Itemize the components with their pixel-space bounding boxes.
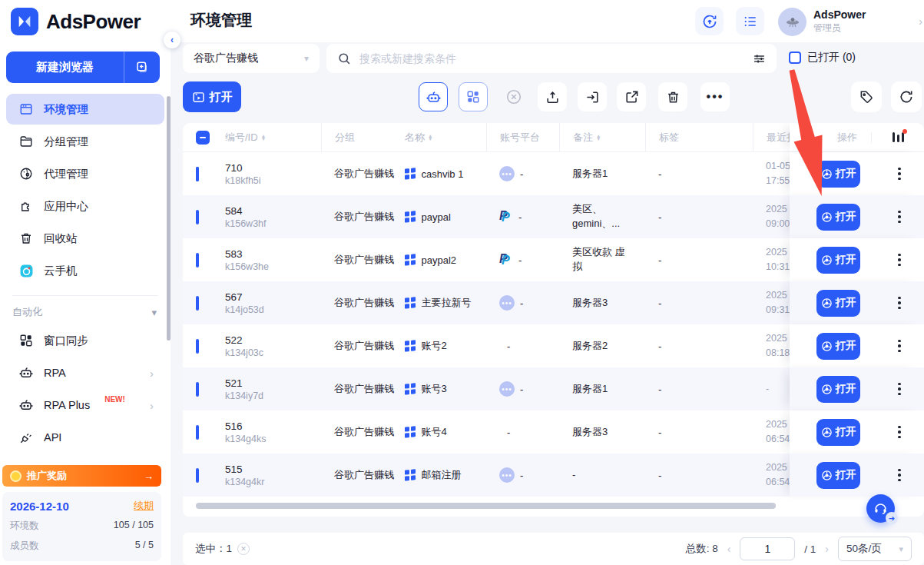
sidebar-item-app-center[interactable]: 应用中心 <box>6 191 164 221</box>
actions-cell: 打开 <box>790 454 924 497</box>
row-open-button[interactable]: 打开 <box>816 376 860 403</box>
note-cell: 服务器1 <box>559 382 645 397</box>
export-upload-button[interactable] <box>538 82 567 111</box>
note-cell: - <box>559 468 645 483</box>
referral-rewards-banner[interactable]: 推广奖励 → <box>2 465 161 487</box>
member-count-label: 成员数 <box>10 540 39 553</box>
last-open-cell: 202506:54 <box>753 460 790 490</box>
chrome-browser-icon <box>821 254 833 266</box>
col-header-name[interactable]: 名称▲▼ <box>392 123 486 151</box>
row-checkbox[interactable] <box>196 167 199 181</box>
windows-squares-icon <box>405 168 416 180</box>
row-more-menu[interactable] <box>898 383 901 396</box>
row-open-button[interactable]: 打开 <box>816 204 860 231</box>
env-id-cell: 521k134iy7d <box>212 377 321 401</box>
prev-page-icon[interactable]: ‹ <box>727 543 731 555</box>
row-more-menu[interactable] <box>898 297 901 310</box>
sidebar-item-rpa-plus[interactable]: RPA Plus NEW! › <box>6 390 164 420</box>
windows-squares-icon <box>405 427 416 438</box>
row-checkbox[interactable] <box>196 339 199 354</box>
row-more-menu[interactable] <box>898 254 901 267</box>
group-filter-select[interactable]: 谷歌广告赚钱 ▾ <box>183 44 320 73</box>
rpa-task-button[interactable] <box>419 82 448 111</box>
row-checkbox[interactable] <box>196 382 199 397</box>
group-cell: 谷歌广告赚钱 <box>321 296 392 310</box>
page-number-input[interactable] <box>740 537 795 560</box>
row-more-menu[interactable] <box>898 211 901 224</box>
chrome-browser-icon <box>821 211 833 223</box>
sidebar-item-api[interactable]: API <box>6 422 164 453</box>
env-id-cell: 583k156w3he <box>212 248 321 272</box>
brand-logo: AdsPower <box>0 0 171 35</box>
account-menu[interactable]: AdsPower 管理员 › <box>778 6 922 37</box>
horizontal-scrollbar[interactable] <box>196 503 776 509</box>
automation-section-label[interactable]: 自动化▾ <box>0 304 171 324</box>
sort-icon[interactable]: ▲▼ <box>261 135 266 140</box>
next-page-icon[interactable]: › <box>825 543 829 555</box>
col-header-id[interactable]: 编号/ID▲▼ <box>212 123 321 151</box>
opened-checkbox[interactable] <box>789 52 801 64</box>
sidebar-collapse-button[interactable]: ‹ <box>164 32 180 48</box>
group-cell: 谷歌广告赚钱 <box>321 210 392 224</box>
search-input[interactable] <box>359 52 745 65</box>
share-export-button[interactable] <box>617 82 646 111</box>
row-checkbox[interactable] <box>196 296 199 311</box>
renew-link[interactable]: 续期 <box>134 499 154 513</box>
row-open-button[interactable]: 打开 <box>816 419 860 446</box>
row-open-button[interactable]: 打开 <box>816 462 860 489</box>
sidebar-item-window-sync[interactable]: 窗口同步 <box>6 325 164 356</box>
window-sync-button[interactable] <box>459 82 488 111</box>
batch-create-button[interactable] <box>124 61 160 75</box>
sort-icon[interactable]: ▲▼ <box>596 135 601 140</box>
row-open-button[interactable]: 打开 <box>816 333 860 360</box>
new-browser-button[interactable]: 新建浏览器 <box>6 52 160 83</box>
row-more-menu[interactable] <box>898 426 901 439</box>
delete-button[interactable] <box>658 82 687 111</box>
col-header-note[interactable]: 备注▲▼ <box>559 123 645 151</box>
open-selected-button[interactable]: 打开 <box>183 81 241 112</box>
name-cell: 邮箱注册 <box>392 468 486 482</box>
chrome-browser-icon <box>821 384 833 395</box>
import-box-icon <box>585 90 600 105</box>
clear-selection-icon[interactable]: ✕ <box>237 543 250 555</box>
filter-sliders-icon[interactable] <box>753 52 766 65</box>
row-checkbox[interactable] <box>196 253 199 268</box>
support-float-button[interactable]: ➜ <box>866 494 895 523</box>
sort-icon[interactable]: ▲▼ <box>428 135 432 140</box>
refresh-table-button[interactable] <box>891 81 922 112</box>
column-settings-icon[interactable] <box>893 132 904 142</box>
task-list-button[interactable] <box>736 7 764 35</box>
proxy-globe-icon <box>18 167 34 181</box>
row-open-button[interactable]: 打开 <box>816 290 860 317</box>
sidebar-item-recycle-bin[interactable]: 回收站 <box>6 223 164 254</box>
sidebar-item-proxies[interactable]: 代理管理 <box>6 158 164 189</box>
select-all-checkbox[interactable] <box>196 131 210 145</box>
search-bar <box>326 44 777 73</box>
tag-manage-button[interactable] <box>851 81 882 112</box>
close-browsers-button[interactable] <box>499 82 528 111</box>
sidebar-item-cloud-phone[interactable]: 云手机 <box>6 255 164 286</box>
row-more-menu[interactable] <box>898 469 901 482</box>
row-more-menu[interactable] <box>898 168 901 181</box>
open-browser-icon <box>192 91 205 104</box>
sidebar-scrollbar[interactable] <box>167 96 171 341</box>
row-checkbox[interactable] <box>196 425 199 440</box>
row-more-menu[interactable] <box>898 340 901 353</box>
sync-update-button[interactable] <box>695 7 724 35</box>
sidebar-item-rpa[interactable]: RPA › <box>6 357 164 388</box>
more-actions-button[interactable]: ••• <box>700 82 730 111</box>
row-open-button[interactable]: 打开 <box>816 161 860 188</box>
row-open-button[interactable]: 打开 <box>816 247 860 274</box>
page-size-select[interactable]: 50条/页 ▾ <box>838 537 912 561</box>
sidebar-item-environments[interactable]: 环境管理 <box>6 94 164 125</box>
sidebar-item-groups[interactable]: 分组管理 <box>6 126 164 157</box>
row-checkbox[interactable] <box>196 468 199 483</box>
adspower-logo-icon <box>11 8 38 35</box>
adspower-app: AdsPower 新建浏览器 环境管理 分组管理 <box>0 0 924 565</box>
col-header-actions: 操作 <box>790 123 924 151</box>
row-checkbox[interactable] <box>196 210 199 224</box>
import-button[interactable] <box>578 82 607 111</box>
trash-icon <box>18 231 34 245</box>
note-cell: 服务器1 <box>559 167 645 181</box>
plug-icon <box>18 430 34 444</box>
